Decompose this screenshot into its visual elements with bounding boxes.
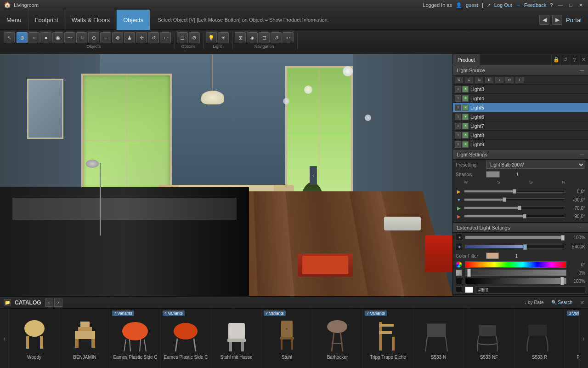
lc-icon-e[interactable]: E	[485, 77, 493, 83]
logout-link[interactable]: Log Out	[494, 2, 512, 8]
light4-icon-s[interactable]: ☀	[462, 95, 469, 102]
panel-close-icon[interactable]: ✕	[579, 54, 588, 65]
nav-forward-icon[interactable]: ▶	[552, 15, 562, 25]
light2-btn[interactable]: ☀	[218, 32, 229, 43]
brightness2-slider[interactable]	[465, 278, 566, 284]
light4-icon-i[interactable]: I	[455, 95, 461, 102]
username[interactable]: guest	[466, 2, 478, 8]
nav4-btn[interactable]: ↺	[271, 32, 282, 43]
catalog-sort[interactable]: ↓ by Date	[524, 300, 543, 305]
feedback-link[interactable]: Feedback	[524, 2, 546, 8]
light-row-light5[interactable]: I☀ Light5	[453, 103, 588, 112]
lc-icon-c[interactable]: C	[465, 77, 473, 83]
catalog-item-tripp-trapp[interactable]: 7 Variants Tripp Trapp Eiche	[363, 309, 413, 368]
catalog-nav-prev[interactable]: ‹	[45, 299, 53, 307]
bullseye-btn[interactable]: ⊚	[112, 32, 123, 43]
light3-icon-i[interactable]: I	[455, 86, 461, 92]
light7-icon-i[interactable]: I	[455, 123, 461, 129]
lc-icon-dot[interactable]: •	[495, 77, 503, 83]
panel-lock-icon[interactable]: 🔒	[551, 54, 560, 65]
light7-icon-s[interactable]: ☀	[462, 123, 469, 129]
catalog-search[interactable]: 🔍 Search	[551, 300, 572, 305]
menu-item-objects[interactable]: Objects	[117, 10, 150, 30]
dot-btn[interactable]: ⊙	[88, 32, 99, 43]
cursor-tool-btn[interactable]: ↖	[4, 32, 15, 43]
light1-btn[interactable]: 💡	[206, 32, 217, 43]
catalog-nav-next[interactable]: ›	[54, 299, 62, 307]
opt2-btn[interactable]: ⚙	[189, 32, 200, 43]
nav1-btn[interactable]: ⊞	[235, 32, 246, 43]
light-settings-collapse[interactable]: —	[580, 152, 584, 157]
wave2-btn[interactable]: ≋	[76, 32, 87, 43]
catalog-item-woody[interactable]: Woody	[9, 309, 60, 368]
catalog-prev-btn[interactable]: ‹	[0, 309, 9, 368]
hex-input[interactable]: #ffffff	[476, 286, 585, 293]
lc-icon-r[interactable]: R	[505, 77, 514, 83]
lc-icon-s[interactable]: S	[455, 77, 463, 83]
panel-help-icon[interactable]: ?	[570, 54, 579, 65]
hex-check-icon[interactable]	[456, 287, 462, 293]
catalog-item-s533r[interactable]: S533 R	[514, 309, 565, 368]
catalog-item-benjamin[interactable]: BENJAMIN	[60, 309, 110, 368]
hue-slider[interactable]	[465, 261, 566, 268]
nav5-btn[interactable]: ↩	[283, 32, 294, 43]
saturation-slider[interactable]	[465, 270, 566, 276]
ring-btn[interactable]: ◉	[52, 32, 63, 43]
light9-icon-s[interactable]: ☀	[462, 141, 469, 148]
3d-viewport[interactable]: ‹	[0, 54, 452, 296]
light-row-light9[interactable]: I☀ Light9	[453, 140, 588, 149]
slider2-track[interactable]	[464, 198, 565, 201]
catalog-item-barhocker[interactable]: Barhocker	[312, 309, 363, 368]
tab-product[interactable]: Product	[453, 54, 480, 65]
slider1-track[interactable]	[464, 190, 565, 193]
catalog-item-s533nf[interactable]: S533 NF	[464, 309, 514, 368]
light6-icon-i[interactable]: I	[455, 114, 461, 120]
lc-icon-i[interactable]: I	[515, 77, 524, 83]
rotate-btn[interactable]: ↺	[148, 32, 159, 43]
catalog-close-btn[interactable]: ✕	[580, 299, 584, 306]
color-filter-swatch[interactable]	[486, 253, 499, 259]
catalog-item-eames2[interactable]: 4 Variants Eames Plastic Side C	[161, 309, 211, 368]
undo-btn[interactable]: ↩	[160, 32, 171, 43]
nav2-btn[interactable]: ◈	[247, 32, 258, 43]
light3-icon-s[interactable]: ☀	[462, 86, 469, 92]
fill-btn[interactable]: ●	[40, 32, 51, 43]
light-row-light6[interactable]: I☀ Light6	[453, 112, 588, 121]
presetting-select[interactable]: Light Bulb 200W	[486, 161, 585, 169]
light-row-light8[interactable]: I☀ Light8	[453, 131, 588, 140]
person-btn[interactable]: ♟	[124, 32, 135, 43]
menu-item-walls-floors[interactable]: Walls & Floors	[65, 10, 117, 30]
light9-icon-i[interactable]: I	[455, 141, 461, 148]
portal-link[interactable]: Portal	[566, 17, 582, 23]
catalog-item-s533n[interactable]: S533 N	[413, 309, 464, 368]
catalog-item-stuhl-husse[interactable]: Stuhl mit Husse	[211, 309, 262, 368]
lines-btn[interactable]: ≡	[100, 32, 111, 43]
extended-collapse[interactable]: —	[580, 225, 584, 230]
select-circle-btn[interactable]: ○	[28, 32, 40, 43]
lc-icon-g[interactable]: G	[475, 77, 483, 83]
light8-icon-s[interactable]: ☀	[462, 132, 469, 138]
add-object-btn[interactable]: ⊕	[17, 32, 28, 43]
wave-btn[interactable]: 〜	[64, 32, 75, 43]
slider3-track[interactable]	[464, 207, 565, 209]
nav-back-icon[interactable]: ◀	[539, 15, 549, 25]
menu-item-menu[interactable]: Menu	[0, 10, 28, 30]
colortemp-track[interactable]	[465, 245, 565, 248]
light-row-light7[interactable]: I☀ Light7	[453, 121, 588, 131]
light-row-light3[interactable]: I☀ Light3	[453, 85, 588, 94]
light-row-light4[interactable]: I☀ Light4	[453, 94, 588, 103]
panel-refresh-icon[interactable]: ↺	[560, 54, 570, 65]
menu-item-footprint[interactable]: Footprint	[28, 10, 65, 30]
light5-icon-i[interactable]: I	[455, 104, 461, 111]
win-min[interactable]: —	[556, 2, 564, 8]
catalog-next-btn[interactable]: ›	[579, 309, 588, 368]
brightness-track[interactable]	[465, 236, 565, 239]
catalog-item-stuhl[interactable]: 7 Variants Stuhl	[262, 309, 312, 368]
light8-icon-i[interactable]: I	[455, 132, 461, 138]
catalog-item-eames1[interactable]: 7 Variants Eames Plastic Side C	[110, 309, 161, 368]
light6-icon-s[interactable]: ☀	[462, 114, 469, 120]
light5-icon-s[interactable]: ☀	[462, 104, 469, 111]
win-close[interactable]: ✕	[577, 2, 584, 8]
panel-collapse-arrow[interactable]: ‹	[310, 166, 317, 184]
opt1-btn[interactable]: ☰	[177, 32, 188, 43]
